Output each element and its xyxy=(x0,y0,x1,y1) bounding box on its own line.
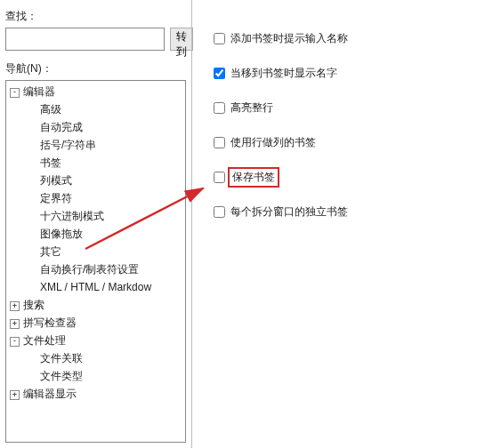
opt-highlight-line-label: 高亮整行 xyxy=(230,100,273,116)
option-row: 添加书签时提示输入名称 xyxy=(214,31,480,46)
tree-item[interactable]: 搜索 xyxy=(6,296,185,314)
tree-item-label: 编辑器 xyxy=(23,85,55,98)
nav-label: 导航(N)： xyxy=(5,61,186,76)
options-pane: 添加书签时提示输入名称当移到书签时显示名字高亮整行使用行做列的书签保存书签每个拆… xyxy=(191,0,501,448)
opt-highlight-line-checkbox[interactable] xyxy=(214,102,225,114)
tree-item[interactable]: 拼写检查器 xyxy=(6,314,185,332)
tree-item[interactable]: 括号/字符串 xyxy=(6,136,185,154)
tree-item-label: 自动完成 xyxy=(40,121,83,133)
tree-item[interactable]: 其它 xyxy=(6,243,185,260)
tree-item[interactable]: 自动完成 xyxy=(6,118,185,136)
tree-item-label: 文件处理 xyxy=(23,334,66,347)
tree-item-label: 编辑器显示 xyxy=(23,388,77,400)
expand-icon[interactable] xyxy=(10,390,20,400)
collapse-icon[interactable] xyxy=(10,88,20,98)
opt-split-checkbox[interactable] xyxy=(214,206,225,218)
tree-item[interactable]: 图像拖放 xyxy=(6,225,185,243)
opt-prompt-name-checkbox[interactable] xyxy=(214,33,225,44)
tree-item[interactable]: XML / HTML / Markdow xyxy=(6,278,185,296)
search-input[interactable] xyxy=(5,28,165,51)
opt-save-label: 保存书签 xyxy=(230,170,277,185)
opt-show-name-checkbox[interactable] xyxy=(214,68,225,79)
opt-line-as-col-checkbox[interactable] xyxy=(214,137,225,148)
tree-item[interactable]: 文件类型 xyxy=(6,367,185,385)
tree-item[interactable]: 列模式 xyxy=(6,172,185,189)
option-row: 高亮整行 xyxy=(214,100,480,116)
tree-item[interactable]: 编辑器显示 xyxy=(6,385,185,403)
collapse-icon[interactable] xyxy=(10,337,20,347)
go-button[interactable]: 转到 xyxy=(170,28,193,51)
tree-item[interactable]: 书签 xyxy=(6,154,185,172)
opt-prompt-name-label: 添加书签时提示输入名称 xyxy=(230,31,348,46)
nav-tree[interactable]: 编辑器高级自动完成括号/字符串书签列模式定界符十六进制模式图像拖放其它自动换行/… xyxy=(5,80,186,443)
tree-item-label: 文件关联 xyxy=(40,352,83,364)
tree-item-label: 列模式 xyxy=(40,174,72,187)
expand-icon[interactable] xyxy=(10,301,20,311)
tree-item[interactable]: 自动换行/制表符设置 xyxy=(6,260,185,278)
option-row: 使用行做列的书签 xyxy=(214,135,480,150)
tree-item-label: 图像拖放 xyxy=(40,228,83,240)
tree-item-label: 书签 xyxy=(40,156,61,169)
expand-icon[interactable] xyxy=(10,319,20,329)
find-label: 查找： xyxy=(5,9,186,24)
tree-item-label: XML / HTML / Markdow xyxy=(40,281,151,293)
option-row: 保存书签 xyxy=(214,170,480,185)
opt-show-name-label: 当移到书签时显示名字 xyxy=(230,66,337,81)
tree-item[interactable]: 定界符 xyxy=(6,189,185,207)
tree-item-label: 高级 xyxy=(40,103,61,116)
tree-item[interactable]: 十六进制模式 xyxy=(6,207,185,225)
tree-item[interactable]: 文件处理 xyxy=(6,332,185,349)
tree-item-label: 十六进制模式 xyxy=(40,210,104,222)
tree-item[interactable]: 高级 xyxy=(6,100,185,118)
option-row: 当移到书签时显示名字 xyxy=(214,66,480,81)
tree-item-label: 自动换行/制表符设置 xyxy=(40,263,139,276)
tree-item[interactable]: 文件关联 xyxy=(6,349,185,367)
tree-item-label: 其它 xyxy=(40,245,61,258)
tree-item[interactable]: 编辑器 xyxy=(6,83,185,100)
tree-item-label: 括号/字符串 xyxy=(40,139,96,151)
tree-item-label: 搜索 xyxy=(23,299,44,311)
opt-split-label: 每个拆分窗口的独立书签 xyxy=(230,204,348,220)
opt-save-checkbox[interactable] xyxy=(214,172,225,183)
option-row: 每个拆分窗口的独立书签 xyxy=(214,204,480,220)
tree-item-label: 定界符 xyxy=(40,192,72,204)
opt-line-as-col-label: 使用行做列的书签 xyxy=(230,135,316,150)
tree-item-label: 拼写检查器 xyxy=(23,316,77,329)
tree-item-label: 文件类型 xyxy=(40,370,83,382)
